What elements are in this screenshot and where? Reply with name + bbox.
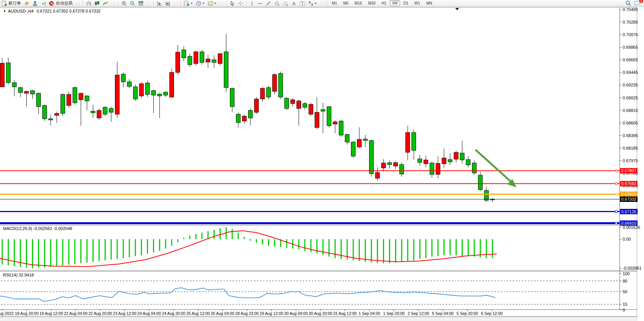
rsi-tick-label: 15 <box>623 302 627 307</box>
templates-dropdown-caret: ▼ <box>214 2 217 5</box>
line-chart-button[interactable] <box>102 0 109 6</box>
price-tick-label: 0.69865 <box>623 45 638 50</box>
chart-shift-button[interactable] <box>164 0 172 6</box>
equidistant-channel-icon: E <box>274 1 280 6</box>
candle-body <box>381 163 386 168</box>
bar-chart-icon <box>86 1 91 6</box>
expert-advisor-icon <box>32 1 38 6</box>
indicators-button[interactable]: ▼ <box>183 0 194 6</box>
timeframe-button-m15[interactable]: M15 <box>352 0 365 6</box>
macd-histogram-bar <box>62 239 63 265</box>
tile-windows-button[interactable] <box>137 0 145 6</box>
line-handle[interactable] <box>615 170 617 172</box>
cursor-tool-button[interactable] <box>229 0 236 6</box>
one-click-trading-arrow-icon[interactable]: ▼ <box>3 10 6 13</box>
timeframe-button-h4[interactable]: H4 <box>390 0 400 6</box>
candle-body <box>266 88 271 97</box>
horizontal-line-tool-button[interactable] <box>256 0 264 6</box>
macd-histogram-bar <box>86 239 88 262</box>
time-tick-label: 25 Aug 12:00 <box>186 311 210 316</box>
macd-histogram-bar <box>298 239 300 249</box>
line-handle[interactable] <box>615 211 617 212</box>
toolbar-separator <box>327 1 327 6</box>
text-label-tool-button[interactable]: T <box>298 0 306 6</box>
candle-body <box>133 87 137 99</box>
timeframe-button-h1[interactable]: H1 <box>379 0 389 6</box>
time-tick-label: 30 Aug 20:00 <box>309 311 332 316</box>
chart-shift-icon <box>165 1 171 6</box>
signals-button[interactable] <box>40 0 47 6</box>
tile-windows-icon <box>138 1 143 6</box>
macd-histogram-bar <box>310 239 311 252</box>
candlestick-chart-button[interactable] <box>93 0 101 6</box>
vertical-line-tool-button[interactable] <box>249 0 255 6</box>
new-order-button[interactable]: 新订单 <box>0 0 22 6</box>
price-tick-label: 0.68815 <box>623 108 638 113</box>
candle-body <box>97 110 101 118</box>
macd-tick-label: 0.001626 <box>623 225 640 230</box>
timeframe-button-d1[interactable]: D1 <box>401 0 411 6</box>
timeframe-button-mn[interactable]: MN <box>424 0 435 6</box>
macd-histogram-bar <box>395 239 396 262</box>
time-tick-label: 22 Aug 04:00 <box>64 311 88 316</box>
price-tick-label: 0.69445 <box>623 70 638 75</box>
chart-styler-button[interactable] <box>23 0 30 6</box>
macd-histogram-bar <box>195 234 196 239</box>
time-tick-label: 5 Sep 04:00 <box>432 311 454 316</box>
auto-scroll-button[interactable] <box>156 0 163 6</box>
candle-body <box>484 190 488 200</box>
candle-body <box>387 163 392 164</box>
crosshair-tool-button[interactable] <box>237 0 244 6</box>
candle-body <box>327 107 331 126</box>
macd-histogram-bar <box>183 238 184 239</box>
expert-advisor-button[interactable] <box>31 0 39 6</box>
macd-histogram-bar <box>56 239 57 266</box>
horizontal-line-icon <box>257 1 263 6</box>
candle-body <box>206 59 210 62</box>
timeframe-button-m30[interactable]: M30 <box>365 0 378 6</box>
macd-histogram-bar <box>419 239 421 259</box>
line-handle[interactable] <box>615 193 617 195</box>
candle-body <box>339 121 343 135</box>
line-handle[interactable] <box>615 183 617 185</box>
trendline-tool-button[interactable] <box>265 0 272 6</box>
text-tool-button[interactable]: A <box>290 0 298 6</box>
macd-histogram-bar <box>286 239 287 248</box>
channel-tool-button[interactable]: E <box>273 0 281 6</box>
arrows-tool-button[interactable]: ▼ <box>307 0 318 6</box>
candle-body <box>236 114 241 123</box>
macd-histogram-bar <box>407 239 408 261</box>
indicators-dropdown-caret: ▼ <box>190 2 193 5</box>
macd-histogram-bar <box>165 239 166 249</box>
svg-text:T: T <box>301 2 303 6</box>
zoom-in-button[interactable] <box>120 0 128 6</box>
templates-button[interactable]: ▼ <box>207 0 218 6</box>
indicators-icon <box>184 1 190 6</box>
bar-chart-button[interactable] <box>85 0 92 6</box>
candle-body <box>67 94 71 105</box>
autotrade-button[interactable]: 自动交易 <box>48 0 74 6</box>
chat-unread-badge: 1 <box>639 0 644 3</box>
rsi-tick-label: 80 <box>623 279 627 283</box>
macd-histogram-bar <box>456 239 457 255</box>
fibonacci-tool-button[interactable]: F <box>282 0 290 6</box>
candle-body <box>248 110 252 118</box>
timeframe-button-m1[interactable]: M1 <box>329 0 340 6</box>
periods-button[interactable]: ▼ <box>195 0 206 6</box>
macd-histogram-bar <box>274 239 275 246</box>
zoom-out-button[interactable] <box>129 0 136 6</box>
line-handle[interactable] <box>615 222 617 224</box>
timeframe-button-w1[interactable]: W1 <box>412 0 423 6</box>
search-button[interactable] <box>624 0 632 6</box>
time-tick-label: 22 Aug 20:00 <box>88 311 112 316</box>
candle-body <box>55 113 59 115</box>
zoom-out-icon <box>130 1 135 6</box>
price-tick-label: 0.70075 <box>623 32 638 37</box>
toolbar-separator <box>246 1 247 6</box>
macd-histogram-bar <box>389 239 390 263</box>
candle-body <box>375 172 379 178</box>
macd-histogram-bar <box>365 239 366 262</box>
chat-button[interactable]: 1 <box>633 0 641 6</box>
chart-canvas[interactable]: 0.704950.702850.700750.698650.696550.694… <box>0 6 644 321</box>
timeframe-button-m5[interactable]: M5 <box>341 0 351 6</box>
